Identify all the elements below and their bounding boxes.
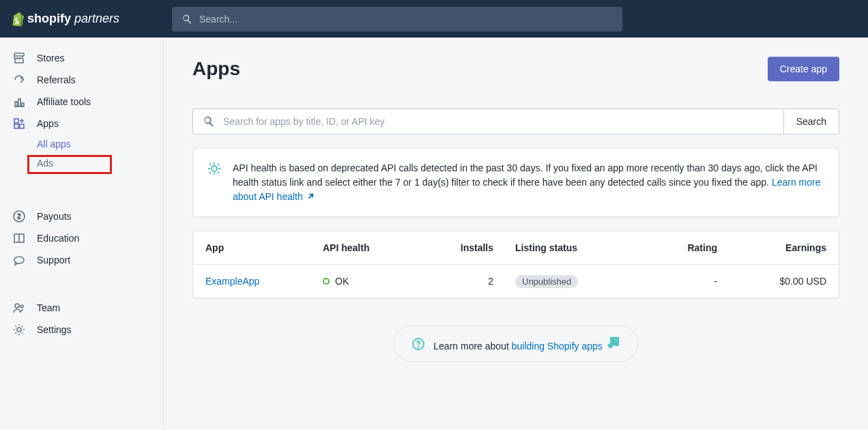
svg-rect-2 [18,99,20,106]
sidebar-label: Education [37,233,79,244]
sidebar-subitem-ads[interactable]: Ads [37,154,163,173]
building-apps-link[interactable]: building Shopify apps [512,341,620,352]
shopify-bag-icon [11,12,25,27]
sidebar-item-support[interactable]: Support [0,249,163,271]
api-health-cell[interactable]: OK [323,276,432,287]
sidebar-label: Referrals [37,74,76,85]
brand-logo[interactable]: shopify partners [11,12,164,27]
svg-point-14 [418,346,419,347]
status-ok-icon [323,278,330,285]
sidebar-item-team[interactable]: Team [0,297,163,319]
create-app-button[interactable]: Create app [768,57,839,81]
banner-text: API health is based on deprecated API ca… [233,161,825,204]
listing-badge: Unpublished [515,275,578,288]
stores-icon [12,51,26,65]
main-content: Apps Create app Search API health is bas… [164,38,868,430]
info-banner: API health is based on deprecated API ca… [192,148,839,217]
tip-icon [207,161,222,204]
svg-rect-6 [14,124,18,128]
sidebar-item-referrals[interactable]: Referrals [0,69,163,91]
apps-search-input[interactable] [223,116,774,127]
sidebar-label: Affiliate tools [37,96,91,107]
global-search[interactable] [172,7,622,31]
team-icon [12,301,26,315]
svg-rect-1 [15,102,17,106]
rating-cell: - [630,276,717,287]
gear-icon [12,323,26,336]
apps-icon [12,117,26,130]
sidebar-label: Stores [37,53,64,63]
col-header-listing: Listing status [493,242,630,253]
svg-rect-3 [22,103,24,106]
dollar-icon [12,210,26,223]
installs-cell: 2 [432,276,493,287]
help-text: Learn more about building Shopify apps [433,336,620,352]
top-bar: shopify partners [0,0,868,38]
app-link[interactable]: ExampleApp [205,276,259,287]
table-header: App API health Installs Listing status R… [193,231,839,265]
earnings-cell: $0.00 USD [717,276,826,287]
col-header-installs: Installs [432,242,493,253]
svg-rect-4 [14,119,18,123]
col-header-api: API health [323,242,432,253]
apps-search-field[interactable] [192,109,783,134]
external-icon [307,192,315,200]
external-icon [607,336,620,349]
table-row: ExampleApp OK 2 Unpublished - $0.00 USD [193,265,839,298]
sidebar-label: Payouts [37,211,72,222]
sidebar-subitem-all-apps[interactable]: All apps [37,134,163,154]
svg-rect-0 [14,53,24,56]
sidebar-item-payouts[interactable]: Payouts [0,205,163,227]
sidebar: Stores Referrals Affiliate tools Apps Al… [0,38,164,430]
col-header-earnings: Earnings [717,242,826,253]
search-button[interactable]: Search [783,109,839,134]
help-icon [411,337,425,351]
sidebar-label: Support [37,255,70,266]
referrals-icon [12,73,26,87]
svg-rect-5 [20,124,24,128]
col-header-app: App [205,242,323,253]
chart-icon [12,95,26,109]
brand-text: shopify partners [27,12,119,26]
sidebar-label: Settings [37,324,72,335]
svg-point-12 [212,166,217,171]
global-search-input[interactable] [199,14,613,25]
sidebar-item-affiliate[interactable]: Affiliate tools [0,91,163,113]
col-header-rating: Rating [630,242,717,253]
help-pill: Learn more about building Shopify apps [393,326,638,362]
apps-table: App API health Installs Listing status R… [192,231,839,298]
page-title: Apps [192,58,240,80]
sidebar-item-settings[interactable]: Settings [0,319,163,341]
book-icon [12,231,26,245]
search-icon [203,115,215,128]
search-icon [182,14,192,25]
svg-point-11 [17,328,21,332]
chat-icon [12,253,26,267]
sidebar-item-stores[interactable]: Stores [0,47,163,69]
svg-point-9 [15,304,19,308]
sidebar-item-education[interactable]: Education [0,227,163,249]
sidebar-label: Team [37,302,60,313]
sidebar-label: Apps [37,118,59,129]
svg-point-10 [20,305,23,308]
sidebar-item-apps[interactable]: Apps [0,113,163,134]
